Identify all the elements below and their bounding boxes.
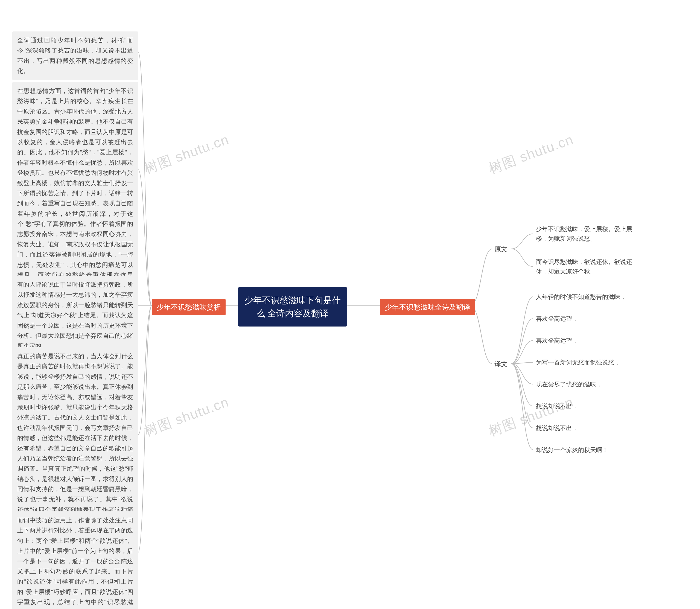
translation-line-5[interactable]: 现在尝尽了忧愁的滋味， [536,380,640,389]
translation-line-2[interactable]: 喜欢登高远望， [536,314,640,324]
original-line-2[interactable]: 而今识尽愁滋味，欲说还休。欲说还休，却道天凉好个秋。 [536,257,640,276]
center-node[interactable]: 少年不识愁滋味下句是什么 全诗内容及翻译 [238,287,347,327]
translation-line-1[interactable]: 人年轻的时候不知道愁苦的滋味， [536,292,640,302]
left-leaf-5[interactable]: 而词中技巧的运用上，作者除了处处注意同上下两片进行对比外，着重体现在了两的迭句上… [12,511,138,609]
watermark: 树图 shutu.cn [142,393,231,440]
watermark: 树图 shutu.cn [486,393,576,440]
watermark: 树图 shutu.cn [142,130,231,178]
watermark: 树图 shutu.cn [486,130,576,178]
left-leaf-1[interactable]: 全词通过回顾少年时不知愁苦，衬托"而今"深深领略了愁苦的滋味，却又说不出道不出，… [12,32,138,80]
translation-line-8[interactable]: 却说好一个凉爽的秋天啊！ [536,445,640,455]
left-section-node[interactable]: 少年不识愁滋味赏析 [152,299,226,315]
group-label-translation[interactable]: 译文 [494,359,508,369]
translation-line-6[interactable]: 想说却说不出， [536,401,640,411]
translation-line-7[interactable]: 想说却说不出， [536,423,640,433]
original-line-1[interactable]: 少年不识愁滋味，爱上层楼。爱上层楼，为赋新词强说愁。 [536,224,640,243]
translation-line-4[interactable]: 为写一首新词无愁而勉强说愁， [536,358,640,367]
left-leaf-3[interactable]: 有的人评论说由于当时投降派把持朝政，所以抒发这种情感是一大忌讳的，加之辛弃疾流放… [12,276,138,355]
group-label-original[interactable]: 原文 [494,244,508,254]
right-section-node[interactable]: 少年不识愁滋味全诗及翻译 [380,299,475,315]
translation-line-3[interactable]: 喜欢登高远望， [536,336,640,345]
